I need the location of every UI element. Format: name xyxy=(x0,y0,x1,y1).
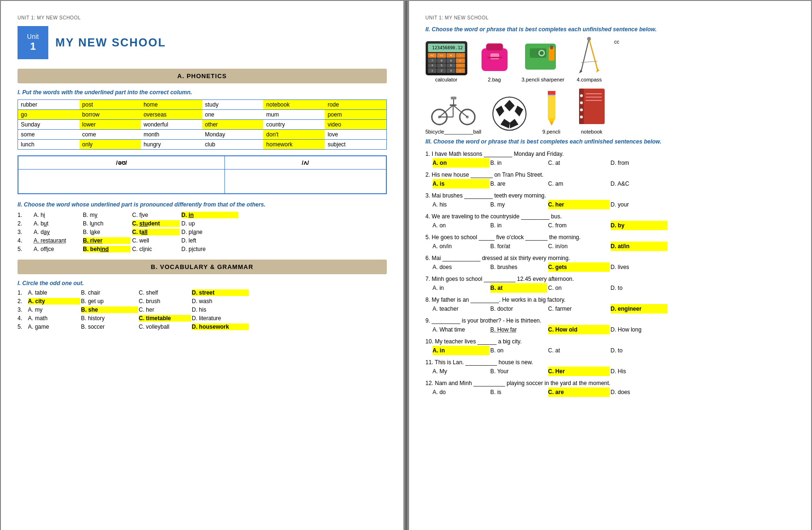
v1-d: D. street xyxy=(192,289,249,296)
v4-d: D. literature xyxy=(192,315,249,322)
mcq-9-a: A. What time xyxy=(433,325,490,334)
mcq-item-9: 9. _________ is your brother? - He is th… xyxy=(426,316,795,334)
images-row-2: 5bicycle__________ball xyxy=(426,86,795,135)
mcq-9-d: D. How long xyxy=(611,325,668,334)
word-come: come xyxy=(80,130,141,139)
svg-rect-3 xyxy=(487,57,502,58)
col-answer-2 xyxy=(225,170,386,194)
calc-buttons: AC +/- % ÷ 7 8 9 × 4 5 6 − 1 2 3 xyxy=(428,53,465,73)
mcq-6-stem: 6. Mai ____________ dressed at six thirt… xyxy=(426,255,571,261)
v4-num: 4. xyxy=(18,315,27,322)
v2-a: A. city xyxy=(28,298,80,305)
left-page-header: UNIT 1: MY NEW SCHOOL xyxy=(18,15,387,20)
section-a-banner: A. PHONETICS xyxy=(18,69,387,83)
calc-btn-plus: +/- xyxy=(437,53,446,58)
img-sharpener: 3.pencli sharpener xyxy=(522,39,565,82)
unit-block: Unit 1 MY NEW SCHOOL xyxy=(18,26,387,59)
calc-btn-div: ÷ xyxy=(456,53,465,58)
mcq-5-d: D. at/in xyxy=(611,242,668,251)
section-b-banner: B. VOCABULARY & GRAMMAR xyxy=(18,260,387,274)
v5-c: C. volleyball xyxy=(139,323,191,330)
phonetics-item-5: 5. A. office B. behind C. clinic D. pict… xyxy=(18,246,387,252)
mcq-5-c: C. in/on xyxy=(548,242,610,251)
word-notebook: notebook xyxy=(263,100,325,109)
cc-label: cc xyxy=(614,39,619,45)
mcq-8-b: B. doctor xyxy=(491,304,547,314)
svg-rect-9 xyxy=(550,45,553,49)
word-monday: Monday xyxy=(202,130,264,139)
mcq-5-options: A. on/in B. for/at C. in/on D. at/in xyxy=(433,242,795,251)
mcq-3-b: B. my xyxy=(491,200,547,209)
svg-rect-2 xyxy=(490,53,500,60)
mcq-1-c: C. at xyxy=(548,158,610,168)
svg-point-43 xyxy=(580,116,583,118)
mcq-6-c: C. gets xyxy=(548,262,610,272)
svg-point-41 xyxy=(580,101,583,104)
calc-btn-3: 3 xyxy=(446,68,455,73)
svg-rect-45 xyxy=(586,97,602,98)
mcq-11-stem: 11. This is Lan. __________ house is new… xyxy=(426,359,533,366)
word-rode: rode xyxy=(325,100,386,109)
mcq-5-stem: 5. He goes to school _____ five o'clock … xyxy=(426,234,581,241)
v3-a: A. my xyxy=(28,306,80,313)
mcq-6-d: D. lives xyxy=(611,262,668,272)
word-hungry: hungry xyxy=(141,140,202,149)
mcq-7-d: D. to xyxy=(611,283,668,293)
img-compass: 4.compass xyxy=(574,36,605,82)
v1-a: A. table xyxy=(28,289,80,296)
img-bag: 2.bag xyxy=(477,39,512,82)
calc-btn-pct: % xyxy=(446,53,455,58)
mcq-9-stem: 9. _________ is your brother? - He is th… xyxy=(426,317,542,324)
vocab-item-2: 2. A. city B. get up C. brush D. wash xyxy=(18,298,387,305)
mcq-3-d: D. your xyxy=(611,200,668,209)
vocab-items: 1. A. table B. chair C. shelf D. street … xyxy=(18,289,387,330)
vocab-instruction: I. Circle the odd one out. xyxy=(18,280,387,287)
word-homework: homework xyxy=(263,140,325,149)
item-1-num: 1. xyxy=(18,212,32,218)
phonetics-items: 1. A. hi B. my C. five D. in 2. A. but B… xyxy=(18,212,387,252)
svg-rect-37 xyxy=(548,95,555,96)
calc-label: calculator xyxy=(426,77,467,82)
v5-a: A. game xyxy=(28,323,80,330)
calc-btn-mul: × xyxy=(456,58,465,63)
v5-d: D. housework xyxy=(192,323,249,330)
phonetics-instruction-1: I. Put the words with the underlined par… xyxy=(18,89,387,96)
v1-c: C. shelf xyxy=(139,289,191,296)
mcq-4-stem: 4. We are traveling to the countryside _… xyxy=(426,213,562,220)
ball-svg xyxy=(491,95,528,132)
phonetics-instruction-2: II. Choose the word whose underlined par… xyxy=(18,201,387,208)
mcq-3-c: C. her xyxy=(548,200,610,209)
mcq-4-d: D. by xyxy=(611,221,668,230)
word-some: some xyxy=(18,130,80,139)
words-grid: rubber post home study notebook rode go … xyxy=(18,99,387,150)
word-sunday: Sunday xyxy=(18,120,80,129)
mcq-10-a: A. in xyxy=(433,346,490,355)
mcq-2-options: A. is B. are C. am D. A&C xyxy=(433,179,795,189)
mcq-5-a: A. on/in xyxy=(433,242,490,251)
mcq-10-c: C. at xyxy=(548,346,610,355)
item-3-d: D. plane xyxy=(181,229,238,235)
mcq-12-c: C. are xyxy=(548,387,610,397)
pencil-svg xyxy=(537,89,566,126)
item-1-a: A. hi xyxy=(34,212,81,218)
word-go: go xyxy=(18,110,80,119)
mcq-3-options: A. his B. my C. her D. your xyxy=(433,200,795,209)
v3-d: D. his xyxy=(192,306,249,313)
mcq-2-b: B. are xyxy=(491,179,547,189)
phonetics-item-3: 3. A. day B. lake C. tall D. plane xyxy=(18,229,387,235)
right-instruction-3: III. Choose the word or phrase that is b… xyxy=(426,138,795,145)
word-overseas: overseas xyxy=(141,110,202,119)
mcq-item-3: 3. Mai brushes _________ teeth every mor… xyxy=(426,191,795,209)
word-poem: poem xyxy=(325,110,386,119)
word-club: club xyxy=(202,140,264,149)
right-page-header: UNIT 1: MY NEW SCHOOL xyxy=(426,15,795,20)
item-4-c: C. well xyxy=(132,237,179,244)
sharpener-label: 3.pencli sharpener xyxy=(522,77,565,82)
bag-svg xyxy=(477,39,512,74)
word-lunch: lunch xyxy=(18,140,80,149)
item-2-d: D. up xyxy=(181,220,238,227)
img-ball xyxy=(491,95,528,135)
word-home: home xyxy=(141,100,202,109)
calculator-visual: 123456890.12 AC +/- % ÷ 7 8 9 × 4 5 6 − xyxy=(426,41,467,75)
notebook-svg xyxy=(575,86,608,126)
